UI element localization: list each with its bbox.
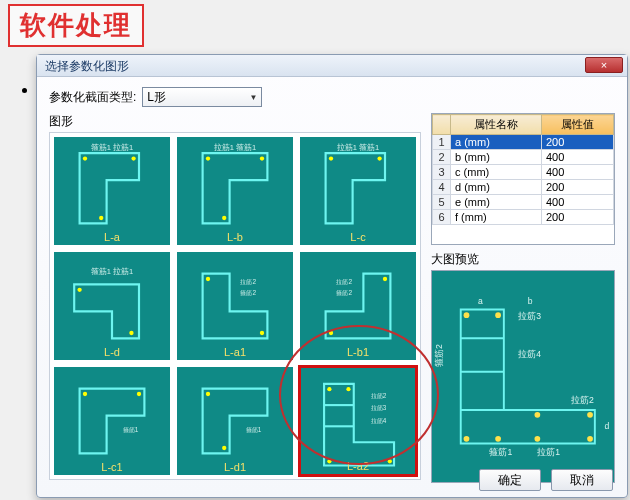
thumb-label: L-d	[54, 346, 170, 358]
prop-name: e (mm)	[451, 195, 542, 210]
dialog-titlebar: 选择参数化图形 ×	[37, 55, 627, 77]
shape-thumb-7[interactable]: 箍筋1 L-d1	[175, 365, 295, 477]
svg-text:拉筋2: 拉筋2	[240, 278, 256, 285]
svg-text:拉筋1: 拉筋1	[537, 447, 560, 457]
property-row[interactable]: 3c (mm)400	[433, 165, 614, 180]
col-name: 属性名称	[451, 115, 542, 135]
svg-point-31	[346, 387, 350, 391]
chevron-down-icon: ▼	[249, 93, 257, 102]
shape-thumb-1[interactable]: 拉筋1 箍筋1 L-b	[175, 135, 295, 247]
section-type-value: L形	[147, 89, 166, 106]
property-row[interactable]: 6f (mm)200	[433, 210, 614, 225]
svg-text:拉筋3: 拉筋3	[518, 311, 541, 321]
prop-name: c (mm)	[451, 165, 542, 180]
svg-text:箍筋1: 箍筋1	[123, 426, 139, 433]
svg-point-30	[327, 387, 331, 391]
svg-point-46	[534, 436, 540, 442]
property-row[interactable]: 4d (mm)200	[433, 180, 614, 195]
svg-text:箍筋1: 箍筋1	[246, 426, 262, 433]
thumb-label: L-b1	[300, 346, 416, 358]
thumb-label: L-a	[54, 231, 170, 243]
prop-name: a (mm)	[451, 135, 542, 150]
thumb-label: L-b	[177, 231, 293, 243]
shape-thumb-8[interactable]: 拉筋2拉筋3拉筋4 L-a2	[298, 365, 418, 477]
svg-point-15	[260, 331, 264, 335]
thumb-label: L-c	[300, 231, 416, 243]
svg-point-12	[129, 331, 133, 335]
svg-point-23	[137, 392, 141, 396]
row-num: 3	[433, 165, 451, 180]
preview-label: 大图预览	[431, 251, 615, 268]
ok-button[interactable]: 确定	[479, 469, 541, 491]
svg-text:b: b	[528, 296, 533, 306]
row-num: 4	[433, 180, 451, 195]
svg-point-1	[131, 156, 135, 160]
shape-thumb-3[interactable]: 箍筋1 拉筋1 L-d	[52, 250, 172, 362]
svg-text:箍筋1  拉筋1: 箍筋1 拉筋1	[91, 143, 133, 152]
shape-thumb-0[interactable]: 箍筋1 拉筋1 L-a	[52, 135, 172, 247]
shape-thumb-6[interactable]: 箍筋1 L-c1	[52, 365, 172, 477]
prop-value[interactable]: 200	[541, 135, 613, 150]
row-num: 6	[433, 210, 451, 225]
thumb-label: L-d1	[177, 461, 293, 473]
svg-text:箍筋1 拉筋1: 箍筋1 拉筋1	[91, 267, 133, 276]
svg-text:拉筋1  箍筋1: 拉筋1 箍筋1	[214, 143, 257, 152]
dialog-title: 选择参数化图形	[45, 59, 129, 73]
thumb-label: L-a2	[301, 460, 415, 472]
svg-text:箍筋2: 箍筋2	[434, 344, 444, 367]
svg-text:拉筋1  箍筋1: 拉筋1 箍筋1	[337, 143, 380, 152]
svg-point-14	[206, 277, 210, 281]
svg-point-9	[377, 156, 381, 160]
prop-name: d (mm)	[451, 180, 542, 195]
svg-point-19	[329, 331, 333, 335]
prop-value[interactable]: 200	[541, 180, 613, 195]
property-row[interactable]: 5e (mm)400	[433, 195, 614, 210]
section-type-select[interactable]: L形 ▼	[142, 87, 262, 107]
svg-point-0	[83, 156, 87, 160]
shape-thumb-5[interactable]: 拉筋2箍筋2 L-b1	[298, 250, 418, 362]
property-row[interactable]: 1a (mm)200	[433, 135, 614, 150]
svg-point-4	[206, 156, 210, 160]
shape-thumb-2[interactable]: 拉筋1 箍筋1 L-c	[298, 135, 418, 247]
section-type-label: 参数化截面类型:	[49, 89, 136, 106]
svg-point-8	[329, 156, 333, 160]
svg-point-42	[464, 436, 470, 442]
close-button[interactable]: ×	[585, 57, 623, 73]
cancel-button[interactable]: 取消	[551, 469, 613, 491]
svg-text:箍筋1: 箍筋1	[489, 447, 512, 457]
svg-point-43	[495, 436, 501, 442]
param-shape-dialog: 选择参数化图形 × 参数化截面类型: L形 ▼ 图形 箍筋1 拉筋1 L-a	[36, 54, 628, 498]
prop-value[interactable]: 200	[541, 210, 613, 225]
grid-label: 图形	[49, 113, 421, 130]
thumb-label: L-c1	[54, 461, 170, 473]
svg-point-5	[260, 156, 264, 160]
property-table[interactable]: 属性名称 属性值 1a (mm)2002b (mm)4003c (mm)4004…	[431, 113, 615, 245]
svg-point-41	[495, 312, 501, 318]
svg-point-44	[534, 412, 540, 418]
software-stamp: 软件处理	[8, 4, 144, 47]
thumb-label: L-a1	[177, 346, 293, 358]
svg-point-25	[206, 392, 210, 396]
prop-value[interactable]: 400	[541, 195, 613, 210]
prop-name: b (mm)	[451, 150, 542, 165]
svg-point-18	[383, 277, 387, 281]
row-num: 2	[433, 150, 451, 165]
svg-point-6	[222, 216, 226, 220]
svg-text:拉筋3: 拉筋3	[371, 404, 387, 411]
svg-text:a: a	[478, 296, 483, 306]
svg-point-22	[83, 392, 87, 396]
svg-text:拉筋2: 拉筋2	[336, 278, 352, 285]
svg-point-26	[222, 446, 226, 450]
shape-thumb-4[interactable]: 拉筋2箍筋2 L-a1	[175, 250, 295, 362]
svg-point-2	[99, 216, 103, 220]
prop-name: f (mm)	[451, 210, 542, 225]
type-row: 参数化截面类型: L形 ▼	[49, 87, 615, 107]
prop-value[interactable]: 400	[541, 150, 613, 165]
svg-text:拉筋2: 拉筋2	[371, 392, 387, 399]
svg-text:d: d	[604, 421, 609, 431]
svg-text:箍筋2: 箍筋2	[336, 289, 352, 296]
prop-value[interactable]: 400	[541, 165, 613, 180]
property-row[interactable]: 2b (mm)400	[433, 150, 614, 165]
row-num: 1	[433, 135, 451, 150]
button-row: 确定 取消	[479, 469, 613, 491]
